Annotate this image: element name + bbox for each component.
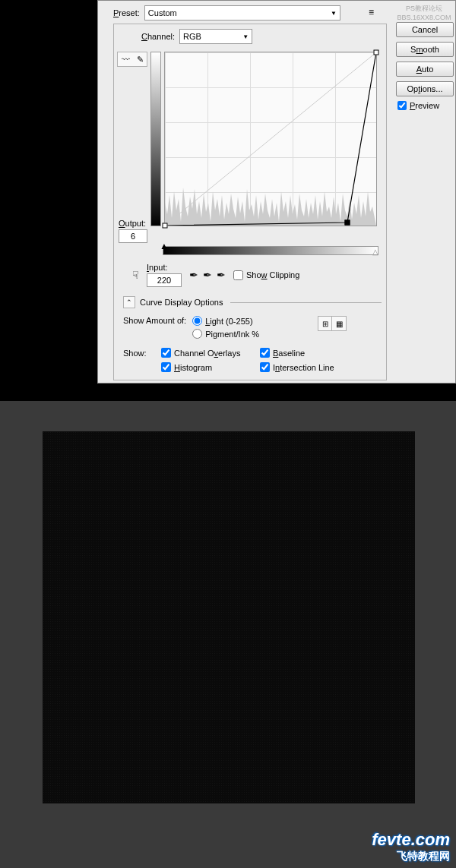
baseline-label: Baseline [273,349,305,358]
on-image-tool-icon[interactable]: ☟ [132,269,139,281]
curves-dialog: Preset: Custom ▼ ≡ PS教程论坛 BBS.16XX8.COM … [97,0,456,383]
options-button[interactable]: Options... [396,81,454,96]
output-label: Output: [119,219,146,228]
curve-handle-mid[interactable] [345,220,350,226]
output-input[interactable] [119,229,147,243]
gray-eyedropper-icon[interactable]: ✒ [203,269,212,281]
preset-menu-icon[interactable]: ≡ [369,7,374,17]
channel-label: Channel: [141,32,175,41]
preview-checkbox[interactable] [397,101,407,110]
intersection-label: Intersection Line [273,363,334,372]
black-eyedropper-icon[interactable]: ✒ [189,269,198,281]
input-gradient [163,246,378,255]
channel-overlays-label: Channel Overlays [174,349,240,358]
intersection-checkbox[interactable] [260,362,270,372]
watermark-top: PS教程论坛 BBS.16XX8.COM [396,4,452,22]
output-gradient [150,52,161,226]
grid-detailed-icon[interactable]: ▦ [332,317,346,330]
pencil-tool-icon[interactable]: ✎ [137,55,144,65]
histogram-label: Histogram [174,363,212,372]
show-label: Show: [123,349,161,358]
preset-label: Preset: [113,8,140,17]
curve-line[interactable] [165,52,376,226]
light-label: Light (0-255) [205,317,252,326]
preset-dropdown[interactable]: Custom ▼ [144,5,340,21]
curve-tool-icon[interactable]: 〰 [122,55,130,64]
channel-dropdown[interactable]: RGB ▼ [179,29,252,44]
show-clipping-label: Show Clipping [246,270,299,279]
divider [230,302,382,303]
show-amount-label: Show Amount of: [123,316,186,325]
white-eyedropper-icon[interactable]: ✒ [217,269,226,281]
cancel-button[interactable]: Cancel [396,22,454,37]
result-preview-image [43,431,415,803]
curve-grid[interactable] [164,52,377,226]
auto-button[interactable]: Auto [396,62,454,77]
pigment-label: Pigment/Ink % [205,330,259,339]
input-input[interactable] [147,273,182,287]
pigment-radio[interactable] [192,329,202,339]
chevron-down-icon: ▼ [331,10,337,17]
white-slider-icon[interactable]: △ [372,248,378,256]
svg-line-0 [165,52,376,226]
preset-value: Custom [148,8,177,17]
show-clipping-checkbox[interactable] [233,270,243,280]
channel-value: RGB [183,32,201,41]
black-slider-icon[interactable]: ▲ [160,241,169,251]
baseline-checkbox[interactable] [260,348,270,358]
channel-overlays-checkbox[interactable] [161,348,171,358]
preview-label: Preview [410,101,439,110]
chevron-down-icon: ▼ [242,33,249,40]
input-label: Input: [147,263,168,272]
curve-handle-highlight[interactable] [374,50,379,55]
smooth-button[interactable]: Smooth [396,42,454,57]
histogram-checkbox[interactable] [161,362,171,372]
light-radio[interactable] [192,316,202,326]
curve-handle-shadow[interactable] [163,223,168,229]
watermark-bottom: fevte.com 飞特教程网 [372,830,450,863]
curve-display-label: Curve Display Options [140,298,223,307]
grid-simple-icon[interactable]: ⊞ [318,317,332,330]
expand-options-button[interactable]: ⌃ [123,296,135,308]
